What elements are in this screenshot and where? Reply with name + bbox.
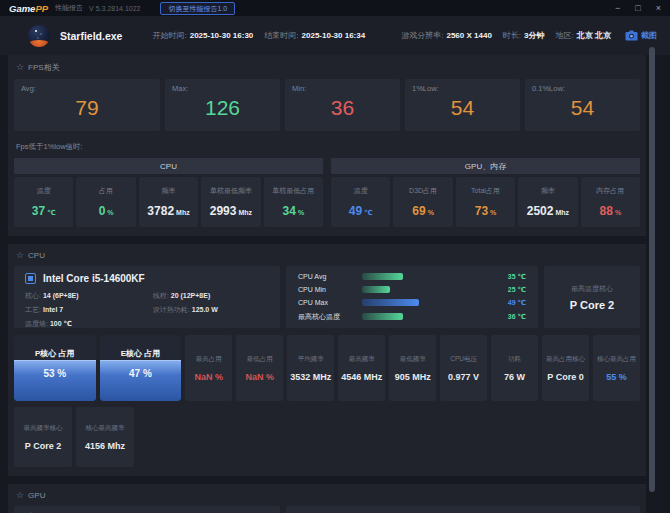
cpu-temp-cell: 温度 37℃ — [14, 177, 73, 227]
cell-label: 频率 — [162, 186, 176, 196]
cell-label: 温度 — [37, 186, 51, 196]
cell-label: 温度 — [354, 186, 368, 196]
window-doc-title: 性能报告 — [55, 3, 83, 13]
bar-label: CPU Max — [298, 299, 362, 306]
p-core-usage-label: P核心 占用 — [35, 348, 75, 359]
resolution-value: 2560 X 1440 — [446, 31, 491, 40]
vertical-scrollbar-thumb[interactable] — [649, 47, 655, 492]
cell-label: 单核最低占用 — [272, 186, 314, 196]
hottest-core-label: 最高温度核心 — [571, 284, 613, 294]
app-version: V 5.3.2814.1022 — [89, 5, 140, 12]
cell-value: 34% — [283, 204, 305, 218]
hottest-core-card: 最高温度核心 P Core 2 — [544, 266, 640, 328]
maximize-button[interactable]: □ — [635, 4, 640, 13]
gpu-total-usage-cell: Total占用 73% — [456, 177, 515, 227]
bar-value: 49 ℃ — [494, 299, 526, 307]
fps-card-label: 0.1%Low: — [532, 84, 565, 93]
report-header: Starfield.exe 开始时间: 2025-10-30 16:30 结束时… — [0, 16, 670, 55]
stat-value: P Core 0 — [547, 372, 583, 382]
logo-pp-text: PP — [35, 3, 48, 14]
favorite-star-icon[interactable]: ☆ — [16, 251, 24, 260]
gamepp-performance-report-window: { "colors": { "accent_blue": "#4d8bee", … — [0, 0, 670, 513]
cpu-max-usage-card: 最高占用 NaN % — [185, 335, 232, 401]
gpu-panel: ☆ GPU NVIDIA GeForce RTX 4070 SUPER 品牌:C… — [8, 484, 646, 513]
cpu-chip-row: Intel Core i5-14600KF — [25, 273, 269, 284]
cpu-cores-spec: 核心:14 (6P+8E) — [25, 291, 153, 301]
bar-fill — [362, 286, 390, 293]
region-value: 北京 北京 — [577, 30, 611, 41]
cell-value: 2993Mhz — [210, 204, 252, 218]
fps-card-label: 1%Low: — [412, 84, 439, 93]
window-controls: − □ × — [615, 4, 661, 13]
bar-track — [362, 273, 484, 280]
stat-value: P Core 2 — [25, 441, 61, 451]
cpu-table-header: CPU — [14, 158, 323, 174]
cpu-table-group: CPU 温度 37℃ 占用 0% 频率 3782Mhz 单核 — [14, 158, 323, 227]
gpu-table-header: GPU、内存 — [331, 158, 640, 174]
resolution-label: 游戏分辨率: — [401, 30, 443, 41]
gpu-d3d-usage-cell: D3D占用 69% — [393, 177, 452, 227]
cell-value: 49℃ — [349, 204, 373, 218]
gpu-info-card: NVIDIA GeForce RTX 4070 SUPER 品牌:Colorfu… — [14, 506, 280, 513]
cpu-min-core-usage-cell: 单核最低占用 34% — [264, 177, 323, 227]
bar-value: 36 ℃ — [494, 313, 526, 321]
bar-track — [362, 286, 484, 293]
end-time-value: 2025-10-30 16:34 — [302, 31, 366, 40]
fps-section-title: FPS相关 — [28, 62, 60, 73]
bar-label: 最高核心温度 — [298, 312, 362, 322]
cpu-max-usage-core-card: 最高占用核心 P Core 0 — [542, 335, 589, 401]
cell-value: 37℃ — [32, 204, 56, 218]
stat-label: 核心最高频率 — [86, 424, 125, 433]
cpu-tjmax-spec: 温度墙:100 ℃ — [25, 319, 153, 329]
cpu-process-spec: 工艺:Intel 7 — [25, 305, 153, 315]
start-time-value: 2025-10-30 16:30 — [190, 31, 254, 40]
titlebar: GamePP 性能报告 V 5.3.2814.1022 切换至性能报告1.0 −… — [0, 0, 670, 16]
bar-value: 25 ℃ — [494, 286, 526, 294]
cpu-min-freq-card: 最低频率 905 MHz — [389, 335, 436, 401]
starfield-app-icon — [28, 25, 50, 47]
session-times: 开始时间: 2025-10-30 16:30 结束时间: 2025-10-30 … — [152, 30, 376, 41]
stat-value: 55 % — [606, 372, 627, 382]
cell-label: 占用 — [99, 186, 113, 196]
gpu-table-row: 温度 49℃ D3D占用 69% Total占用 73% 频率 2502Mhz — [331, 177, 640, 227]
bar-value: 35 ℃ — [494, 273, 526, 281]
close-button[interactable]: × — [656, 4, 661, 13]
minimize-button[interactable]: − — [615, 4, 620, 13]
duration-value: 3分钟 — [524, 30, 544, 41]
fps-section-header: ☆ FPS相关 — [14, 60, 640, 79]
cpu-panel: ☆ CPU Intel Core i5-14600KF 核心:14 (6P+8E… — [8, 244, 646, 476]
camera-icon — [625, 30, 638, 41]
end-time-label: 结束时间: — [264, 30, 298, 41]
stat-value: NaN % — [245, 372, 274, 382]
cpu-tdp-spec: 设计热功耗:125.0 W — [153, 305, 269, 315]
cpu-temp-bar-row: CPU Min 25 ℃ — [298, 286, 526, 294]
screenshot-label: 截图 — [641, 30, 657, 41]
switch-report-version-button[interactable]: 切换至性能报告1.0 — [160, 2, 235, 15]
bar-fill — [362, 313, 403, 320]
cell-label: 内存占用 — [596, 186, 624, 196]
low-fps-tables: CPU 温度 37℃ 占用 0% 频率 3782Mhz 单核 — [14, 158, 640, 227]
cpu-info-card: Intel Core i5-14600KF 核心:14 (6P+8E) 线程:2… — [14, 266, 280, 328]
gpu-section-header: ☆ GPU — [14, 489, 640, 506]
cell-value: 88% — [600, 204, 622, 218]
fps-card-label: Max: — [172, 84, 188, 93]
start-time-label: 开始时间: — [152, 30, 186, 41]
constellation-dots — [35, 30, 37, 32]
gpu-temp-cell: 温度 49℃ — [331, 177, 390, 227]
stat-label: 最高频率 — [349, 355, 375, 364]
favorite-star-icon[interactable]: ☆ — [16, 63, 24, 72]
cell-value: 0% — [99, 204, 114, 218]
favorite-star-icon[interactable]: ☆ — [16, 491, 24, 500]
gpu-freq-cell: 频率 2502Mhz — [518, 177, 577, 227]
stat-value: 905 MHz — [395, 372, 431, 382]
cpu-usage-cell: 占用 0% — [76, 177, 135, 227]
fps-card-label: Avg: — [21, 84, 36, 93]
stat-value: 4546 MHz — [341, 372, 382, 382]
fps-card-1pct-low: 1%Low: 54 — [405, 79, 520, 131]
hottest-core-value: P Core 2 — [570, 299, 614, 311]
screenshot-button[interactable]: 截图 — [625, 30, 657, 41]
cell-value: 73% — [475, 204, 497, 218]
cpu-core-max-usage-card: 核心最高占用 55 % — [593, 335, 640, 401]
stat-label: 最高占用 — [196, 355, 222, 364]
cpu-voltage-card: CPU电压 0.977 V — [440, 335, 487, 401]
